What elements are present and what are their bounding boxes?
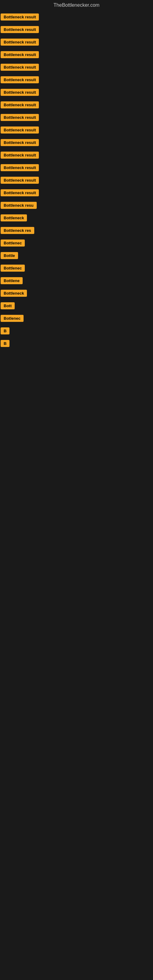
bottleneck-item: Bottleneck resu (0, 200, 153, 212)
bottleneck-item: Bottleneck result (0, 125, 153, 137)
bottleneck-item: Bottleneck result (0, 112, 153, 124)
bottleneck-badge[interactable]: Bottleneck res (1, 227, 34, 234)
bottleneck-badge[interactable]: Bottleneck result (1, 76, 39, 83)
items-list: Bottleneck resultBottleneck resultBottle… (0, 12, 153, 350)
bottleneck-item: Bottleneck result (0, 75, 153, 86)
bottleneck-item: Bottleneck (0, 288, 153, 300)
bottleneck-badge[interactable]: Bottleneck result (1, 151, 39, 159)
bottleneck-item: B (0, 326, 153, 337)
bottleneck-badge[interactable]: Bottleneck result (1, 89, 39, 96)
bottleneck-badge[interactable]: B (1, 340, 10, 347)
bottleneck-item: Bottleneck result (0, 49, 153, 61)
bottleneck-item: Bottleneck result (0, 162, 153, 174)
bottleneck-badge[interactable]: Bottleneck result (1, 51, 39, 58)
bottleneck-item: Bottleneck res (0, 225, 153, 237)
bottleneck-item: Bottleneck result (0, 37, 153, 49)
bottleneck-badge[interactable]: Bottleneck (1, 290, 27, 297)
bottleneck-item: Bottle (0, 250, 153, 262)
bottleneck-badge[interactable]: Bottleneck result (1, 26, 39, 33)
bottleneck-badge[interactable]: Bottleneck result (1, 101, 39, 108)
bottleneck-badge[interactable]: Bott (1, 302, 15, 309)
bottleneck-item: Bott (0, 301, 153, 312)
bottleneck-item: Bottleneck (0, 213, 153, 224)
bottleneck-item: Bottleneck result (0, 24, 153, 36)
bottleneck-badge[interactable]: Bottleneck result (1, 114, 39, 121)
bottleneck-badge[interactable]: Bottleneck result (1, 189, 39, 196)
bottleneck-item: Bottleneck result (0, 175, 153, 187)
bottleneck-badge[interactable]: Bottleneck resu (1, 202, 37, 209)
bottleneck-item: Bottleneck result (0, 87, 153, 99)
bottleneck-item: Bottlenec (0, 238, 153, 250)
bottleneck-badge[interactable]: Bottleneck result (1, 177, 39, 184)
bottleneck-item: Bottleneck result (0, 188, 153, 199)
bottleneck-badge[interactable]: Bottleneck result (1, 164, 39, 171)
bottleneck-item: Bottleneck result (0, 150, 153, 162)
bottleneck-badge[interactable]: Bottlenec (1, 240, 25, 247)
site-header: TheBottlenecker.com (0, 0, 153, 12)
bottleneck-badge[interactable]: B (1, 328, 10, 334)
bottleneck-badge[interactable]: Bottlene (1, 277, 22, 284)
bottleneck-badge[interactable]: Bottlenec (1, 265, 25, 272)
bottleneck-badge[interactable]: Bottleneck result (1, 38, 39, 46)
bottleneck-item: Botlenec (0, 313, 153, 325)
bottleneck-item: Bottlenec (0, 263, 153, 275)
bottleneck-item: Bottleneck result (0, 62, 153, 74)
bottleneck-badge[interactable]: Bottleneck (1, 215, 27, 221)
bottleneck-badge[interactable]: Bottleneck result (1, 64, 39, 71)
bottleneck-item: Bottleneck result (0, 100, 153, 111)
bottleneck-badge[interactable]: Botlenec (1, 315, 24, 322)
bottleneck-item: Bottlene (0, 275, 153, 287)
page-container: TheBottlenecker.com Bottleneck resultBot… (0, 0, 153, 980)
bottleneck-item: B (0, 338, 153, 350)
bottleneck-badge[interactable]: Bottleneck result (1, 13, 39, 21)
bottleneck-badge[interactable]: Bottleneck result (1, 126, 39, 134)
bottleneck-item: Bottleneck result (0, 12, 153, 24)
bottleneck-badge[interactable]: Bottleneck result (1, 139, 39, 146)
bottleneck-badge[interactable]: Bottle (1, 252, 18, 259)
bottleneck-item: Bottleneck result (0, 137, 153, 149)
